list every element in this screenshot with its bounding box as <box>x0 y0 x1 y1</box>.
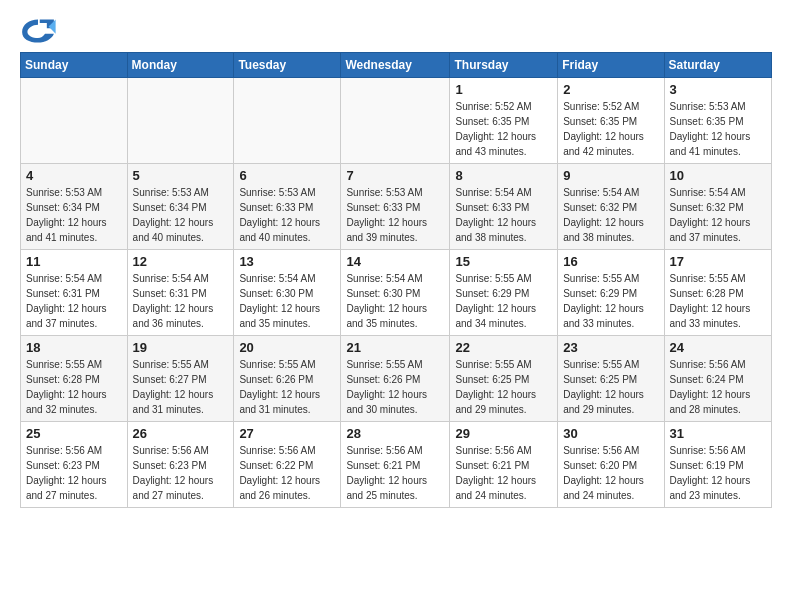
day-info: Sunrise: 5:54 AM Sunset: 6:30 PM Dayligh… <box>346 271 444 331</box>
calendar-cell: 20Sunrise: 5:55 AM Sunset: 6:26 PM Dayli… <box>234 336 341 422</box>
day-info: Sunrise: 5:55 AM Sunset: 6:29 PM Dayligh… <box>455 271 552 331</box>
day-number: 6 <box>239 168 335 183</box>
day-number: 19 <box>133 340 229 355</box>
calendar-cell: 18Sunrise: 5:55 AM Sunset: 6:28 PM Dayli… <box>21 336 128 422</box>
day-info: Sunrise: 5:56 AM Sunset: 6:20 PM Dayligh… <box>563 443 658 503</box>
page-header <box>20 16 772 46</box>
calendar-cell: 27Sunrise: 5:56 AM Sunset: 6:22 PM Dayli… <box>234 422 341 508</box>
calendar-cell: 10Sunrise: 5:54 AM Sunset: 6:32 PM Dayli… <box>664 164 771 250</box>
day-info: Sunrise: 5:54 AM Sunset: 6:32 PM Dayligh… <box>670 185 766 245</box>
logo-icon <box>20 16 56 46</box>
day-info: Sunrise: 5:53 AM Sunset: 6:33 PM Dayligh… <box>346 185 444 245</box>
header-day-wednesday: Wednesday <box>341 53 450 78</box>
day-number: 22 <box>455 340 552 355</box>
day-info: Sunrise: 5:55 AM Sunset: 6:26 PM Dayligh… <box>346 357 444 417</box>
day-info: Sunrise: 5:54 AM Sunset: 6:32 PM Dayligh… <box>563 185 658 245</box>
calendar-cell: 31Sunrise: 5:56 AM Sunset: 6:19 PM Dayli… <box>664 422 771 508</box>
day-info: Sunrise: 5:53 AM Sunset: 6:34 PM Dayligh… <box>133 185 229 245</box>
calendar-header: SundayMondayTuesdayWednesdayThursdayFrid… <box>21 53 772 78</box>
calendar-cell: 26Sunrise: 5:56 AM Sunset: 6:23 PM Dayli… <box>127 422 234 508</box>
header-day-sunday: Sunday <box>21 53 128 78</box>
calendar-cell: 30Sunrise: 5:56 AM Sunset: 6:20 PM Dayli… <box>558 422 664 508</box>
calendar-body: 1Sunrise: 5:52 AM Sunset: 6:35 PM Daylig… <box>21 78 772 508</box>
day-info: Sunrise: 5:56 AM Sunset: 6:21 PM Dayligh… <box>346 443 444 503</box>
calendar-cell: 3Sunrise: 5:53 AM Sunset: 6:35 PM Daylig… <box>664 78 771 164</box>
day-info: Sunrise: 5:55 AM Sunset: 6:25 PM Dayligh… <box>455 357 552 417</box>
day-number: 31 <box>670 426 766 441</box>
day-number: 24 <box>670 340 766 355</box>
calendar-cell: 6Sunrise: 5:53 AM Sunset: 6:33 PM Daylig… <box>234 164 341 250</box>
day-number: 10 <box>670 168 766 183</box>
day-number: 27 <box>239 426 335 441</box>
day-number: 20 <box>239 340 335 355</box>
day-info: Sunrise: 5:56 AM Sunset: 6:21 PM Dayligh… <box>455 443 552 503</box>
day-number: 13 <box>239 254 335 269</box>
calendar-week-1: 4Sunrise: 5:53 AM Sunset: 6:34 PM Daylig… <box>21 164 772 250</box>
header-day-tuesday: Tuesday <box>234 53 341 78</box>
day-info: Sunrise: 5:54 AM Sunset: 6:31 PM Dayligh… <box>133 271 229 331</box>
calendar-table: SundayMondayTuesdayWednesdayThursdayFrid… <box>20 52 772 508</box>
header-day-friday: Friday <box>558 53 664 78</box>
day-number: 2 <box>563 82 658 97</box>
calendar-cell: 15Sunrise: 5:55 AM Sunset: 6:29 PM Dayli… <box>450 250 558 336</box>
calendar-cell: 1Sunrise: 5:52 AM Sunset: 6:35 PM Daylig… <box>450 78 558 164</box>
day-number: 14 <box>346 254 444 269</box>
calendar-cell: 14Sunrise: 5:54 AM Sunset: 6:30 PM Dayli… <box>341 250 450 336</box>
calendar-cell: 28Sunrise: 5:56 AM Sunset: 6:21 PM Dayli… <box>341 422 450 508</box>
day-number: 7 <box>346 168 444 183</box>
day-info: Sunrise: 5:54 AM Sunset: 6:31 PM Dayligh… <box>26 271 122 331</box>
day-info: Sunrise: 5:55 AM Sunset: 6:25 PM Dayligh… <box>563 357 658 417</box>
calendar-cell: 8Sunrise: 5:54 AM Sunset: 6:33 PM Daylig… <box>450 164 558 250</box>
calendar-week-4: 25Sunrise: 5:56 AM Sunset: 6:23 PM Dayli… <box>21 422 772 508</box>
calendar-week-2: 11Sunrise: 5:54 AM Sunset: 6:31 PM Dayli… <box>21 250 772 336</box>
header-day-monday: Monday <box>127 53 234 78</box>
day-info: Sunrise: 5:56 AM Sunset: 6:23 PM Dayligh… <box>26 443 122 503</box>
calendar-cell: 23Sunrise: 5:55 AM Sunset: 6:25 PM Dayli… <box>558 336 664 422</box>
calendar-cell <box>21 78 128 164</box>
calendar-cell: 7Sunrise: 5:53 AM Sunset: 6:33 PM Daylig… <box>341 164 450 250</box>
calendar-cell <box>127 78 234 164</box>
calendar-cell: 29Sunrise: 5:56 AM Sunset: 6:21 PM Dayli… <box>450 422 558 508</box>
day-number: 1 <box>455 82 552 97</box>
calendar-cell: 24Sunrise: 5:56 AM Sunset: 6:24 PM Dayli… <box>664 336 771 422</box>
day-info: Sunrise: 5:54 AM Sunset: 6:30 PM Dayligh… <box>239 271 335 331</box>
day-number: 9 <box>563 168 658 183</box>
day-number: 18 <box>26 340 122 355</box>
day-number: 26 <box>133 426 229 441</box>
day-number: 5 <box>133 168 229 183</box>
day-number: 29 <box>455 426 552 441</box>
day-number: 23 <box>563 340 658 355</box>
calendar-cell: 13Sunrise: 5:54 AM Sunset: 6:30 PM Dayli… <box>234 250 341 336</box>
day-info: Sunrise: 5:53 AM Sunset: 6:33 PM Dayligh… <box>239 185 335 245</box>
day-number: 8 <box>455 168 552 183</box>
day-info: Sunrise: 5:53 AM Sunset: 6:35 PM Dayligh… <box>670 99 766 159</box>
day-info: Sunrise: 5:55 AM Sunset: 6:28 PM Dayligh… <box>670 271 766 331</box>
day-number: 28 <box>346 426 444 441</box>
day-info: Sunrise: 5:55 AM Sunset: 6:27 PM Dayligh… <box>133 357 229 417</box>
calendar-cell: 5Sunrise: 5:53 AM Sunset: 6:34 PM Daylig… <box>127 164 234 250</box>
day-info: Sunrise: 5:55 AM Sunset: 6:26 PM Dayligh… <box>239 357 335 417</box>
day-info: Sunrise: 5:56 AM Sunset: 6:24 PM Dayligh… <box>670 357 766 417</box>
calendar-cell: 17Sunrise: 5:55 AM Sunset: 6:28 PM Dayli… <box>664 250 771 336</box>
calendar-cell <box>234 78 341 164</box>
day-number: 15 <box>455 254 552 269</box>
calendar-week-0: 1Sunrise: 5:52 AM Sunset: 6:35 PM Daylig… <box>21 78 772 164</box>
calendar-cell: 11Sunrise: 5:54 AM Sunset: 6:31 PM Dayli… <box>21 250 128 336</box>
day-info: Sunrise: 5:55 AM Sunset: 6:28 PM Dayligh… <box>26 357 122 417</box>
day-info: Sunrise: 5:56 AM Sunset: 6:19 PM Dayligh… <box>670 443 766 503</box>
calendar-cell: 16Sunrise: 5:55 AM Sunset: 6:29 PM Dayli… <box>558 250 664 336</box>
day-number: 12 <box>133 254 229 269</box>
calendar-cell: 19Sunrise: 5:55 AM Sunset: 6:27 PM Dayli… <box>127 336 234 422</box>
day-number: 3 <box>670 82 766 97</box>
logo <box>20 16 60 46</box>
day-number: 11 <box>26 254 122 269</box>
calendar-cell: 21Sunrise: 5:55 AM Sunset: 6:26 PM Dayli… <box>341 336 450 422</box>
day-info: Sunrise: 5:52 AM Sunset: 6:35 PM Dayligh… <box>455 99 552 159</box>
calendar-week-3: 18Sunrise: 5:55 AM Sunset: 6:28 PM Dayli… <box>21 336 772 422</box>
header-day-thursday: Thursday <box>450 53 558 78</box>
day-number: 21 <box>346 340 444 355</box>
calendar-cell: 12Sunrise: 5:54 AM Sunset: 6:31 PM Dayli… <box>127 250 234 336</box>
calendar-cell: 25Sunrise: 5:56 AM Sunset: 6:23 PM Dayli… <box>21 422 128 508</box>
day-info: Sunrise: 5:56 AM Sunset: 6:23 PM Dayligh… <box>133 443 229 503</box>
day-number: 17 <box>670 254 766 269</box>
